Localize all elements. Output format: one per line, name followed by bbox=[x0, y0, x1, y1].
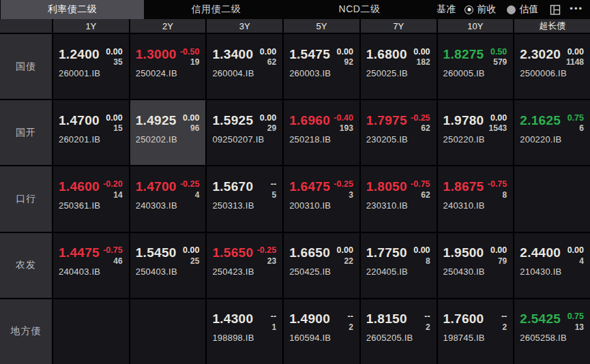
cell-top: 1.8675-0.758 bbox=[443, 179, 507, 200]
cell-cdb-5y[interactable]: 1.6960-0.40193250218.IB bbox=[284, 100, 359, 165]
cell-exim-ultra-long[interactable] bbox=[514, 166, 590, 231]
cell-treasury-5y[interactable]: 1.54750.0092260003.IB bbox=[284, 34, 359, 99]
price: 1.3400 bbox=[212, 47, 253, 62]
cell-local-gov-10y[interactable]: 1.7600--2198745.IB bbox=[438, 299, 514, 364]
change-volume-stack: 0.7513 bbox=[567, 312, 584, 332]
volume: 23 bbox=[257, 256, 277, 266]
volume: 8 bbox=[413, 256, 430, 266]
cell-local-gov-2y[interactable] bbox=[130, 299, 206, 364]
cell-treasury-7y[interactable]: 1.68000.00182250025.IB bbox=[361, 34, 437, 99]
cell-adbc-5y[interactable]: 1.66500.0022250425.IB bbox=[284, 233, 359, 298]
cell-treasury-1y[interactable]: 1.24000.0035260001.IB bbox=[53, 34, 129, 99]
price: 1.5650 bbox=[212, 245, 253, 260]
price: 2.5425 bbox=[520, 312, 561, 327]
price: 1.6650 bbox=[289, 245, 330, 260]
cell-cdb-2y[interactable]: 1.49250.0096250202.IB bbox=[130, 100, 206, 165]
cell-local-gov-5y[interactable]: 1.4900--2160594.IB bbox=[284, 299, 359, 364]
cell-treasury-ultra-long[interactable]: 2.30200.0011482500006.IB bbox=[514, 34, 590, 99]
tab-ncd-secondary[interactable]: NCD二级 bbox=[288, 0, 431, 19]
bond-code: 250313.IB bbox=[212, 200, 276, 211]
change: -- bbox=[501, 312, 507, 322]
price: 1.5475 bbox=[289, 47, 330, 62]
cell-exim-3y[interactable]: 1.5670--5250313.IB bbox=[207, 166, 282, 231]
change: 0.00 bbox=[489, 113, 507, 124]
volume: 5 bbox=[271, 190, 276, 200]
cell-cdb-1y[interactable]: 1.47000.0015260201.IB bbox=[53, 100, 129, 165]
cell-treasury-3y[interactable]: 1.34000.0062260004.IB bbox=[207, 34, 282, 99]
cell-adbc-2y[interactable]: 1.54500.0025250403.IB bbox=[130, 233, 206, 298]
cell-exim-1y[interactable]: 1.4600-0.2014250361.IB bbox=[53, 166, 129, 231]
cell-adbc-10y[interactable]: 1.95000.0079250430.IB bbox=[438, 233, 514, 298]
change: -- bbox=[424, 312, 430, 322]
cell-cdb-ultra-long[interactable]: 2.16250.756200220.IB bbox=[514, 100, 590, 165]
cell-top: 1.8150--2 bbox=[366, 312, 430, 332]
bond-code: 200310.IB bbox=[289, 200, 353, 211]
column-header-7y[interactable]: 7Y bbox=[361, 19, 437, 33]
bond-code: 250425.IB bbox=[289, 267, 353, 277]
radio-option-valuation[interactable]: 估值 bbox=[507, 3, 538, 16]
volume: 1543 bbox=[489, 123, 507, 133]
cell-top: 1.5670--5 bbox=[212, 179, 276, 200]
tab-credit-bonds-secondary[interactable]: 信用债二级 bbox=[145, 0, 288, 19]
cell-cdb-10y[interactable]: 1.97800.001543250220.IB bbox=[438, 100, 514, 165]
column-header-3y[interactable]: 3Y bbox=[207, 19, 282, 33]
cell-cdb-7y[interactable]: 1.7975-0.2562230205.IB bbox=[361, 100, 437, 165]
cell-local-gov-7y[interactable]: 1.8150--22605205.IB bbox=[361, 299, 437, 364]
cell-exim-2y[interactable]: 1.4700-0.254240303.IB bbox=[130, 166, 206, 231]
bond-code: 260003.IB bbox=[289, 68, 353, 78]
column-header-ultra-long[interactable]: 超长债 bbox=[514, 19, 590, 33]
price: 1.7975 bbox=[366, 113, 407, 128]
price: 2.1625 bbox=[520, 113, 561, 128]
cell-exim-10y[interactable]: 1.8675-0.758240310.IB bbox=[438, 166, 514, 231]
cell-treasury-10y[interactable]: 1.82750.50579260005.IB bbox=[438, 34, 514, 99]
change-volume-stack: 0.0025 bbox=[183, 245, 199, 266]
cell-top: 1.24000.0035 bbox=[59, 47, 123, 67]
change-volume-stack: 0.0092 bbox=[337, 47, 353, 67]
cell-top: 1.4300--1 bbox=[212, 312, 276, 332]
cell-local-gov-ultra-long[interactable]: 2.54250.75132605258.IB bbox=[514, 299, 590, 364]
price: 1.8675 bbox=[443, 179, 484, 194]
cell-treasury-2y[interactable]: 1.3000-0.5019250024.IB bbox=[130, 34, 206, 99]
bond-code: 230310.IB bbox=[366, 200, 430, 211]
change: 0.00 bbox=[183, 113, 199, 124]
more-options-icon[interactable]: ••• bbox=[570, 4, 583, 16]
volume: 15 bbox=[106, 123, 122, 133]
price: 1.4475 bbox=[59, 245, 100, 260]
change-volume-stack: -0.254 bbox=[180, 179, 200, 200]
bond-code: 220405.IB bbox=[366, 267, 430, 277]
change-volume-stack: --2 bbox=[424, 312, 430, 332]
price: 1.4600 bbox=[59, 179, 100, 194]
cell-adbc-ultra-long[interactable]: 2.44000.004210430.IB bbox=[514, 233, 590, 298]
volume: 182 bbox=[413, 57, 430, 67]
column-header-5y[interactable]: 5Y bbox=[284, 19, 359, 33]
volume: 22 bbox=[337, 256, 353, 266]
volume: 46 bbox=[103, 256, 123, 266]
cell-exim-7y[interactable]: 1.8050-0.7562230310.IB bbox=[361, 166, 437, 231]
bond-code: 250202.IB bbox=[136, 134, 200, 145]
tab-rate-bonds-secondary[interactable]: 利率债二级 bbox=[1, 0, 144, 19]
change-volume-stack: -0.2014 bbox=[103, 179, 123, 200]
cell-exim-5y[interactable]: 1.6475-0.253200310.IB bbox=[284, 166, 359, 231]
price: 1.6800 bbox=[366, 47, 407, 62]
change-volume-stack: 0.0035 bbox=[106, 47, 122, 67]
cell-adbc-3y[interactable]: 1.5650-0.2523250423.IB bbox=[207, 233, 282, 298]
cell-local-gov-1y[interactable] bbox=[53, 299, 129, 364]
tab-list: 利率债二级信用债二级NCD二级 bbox=[0, 0, 431, 19]
column-header-1y[interactable]: 1Y bbox=[53, 19, 129, 33]
price: 1.5450 bbox=[136, 245, 177, 260]
layout-panel-icon[interactable] bbox=[550, 4, 561, 16]
change-volume-stack: 0.756 bbox=[567, 113, 584, 134]
column-header-10y[interactable]: 10Y bbox=[438, 19, 514, 33]
bond-code: 250024.IB bbox=[136, 68, 200, 78]
column-header-2y[interactable]: 2Y bbox=[130, 19, 206, 33]
volume: 29 bbox=[260, 123, 276, 133]
radio-option-prev-close[interactable]: 前收 bbox=[464, 3, 496, 16]
price: 1.6475 bbox=[289, 179, 330, 194]
cell-cdb-3y[interactable]: 1.59250.002909250207.IB bbox=[207, 100, 282, 165]
cell-adbc-1y[interactable]: 1.4475-0.7546240403.IB bbox=[53, 233, 129, 298]
radio-prev-close-label: 前收 bbox=[477, 3, 496, 16]
benchmark-controls: 基准 前收估值 ••• bbox=[431, 0, 590, 19]
cell-local-gov-3y[interactable]: 1.4300--1198898.IB bbox=[207, 299, 282, 364]
price: 1.6960 bbox=[289, 113, 330, 128]
cell-adbc-7y[interactable]: 1.77500.008220405.IB bbox=[361, 233, 437, 298]
